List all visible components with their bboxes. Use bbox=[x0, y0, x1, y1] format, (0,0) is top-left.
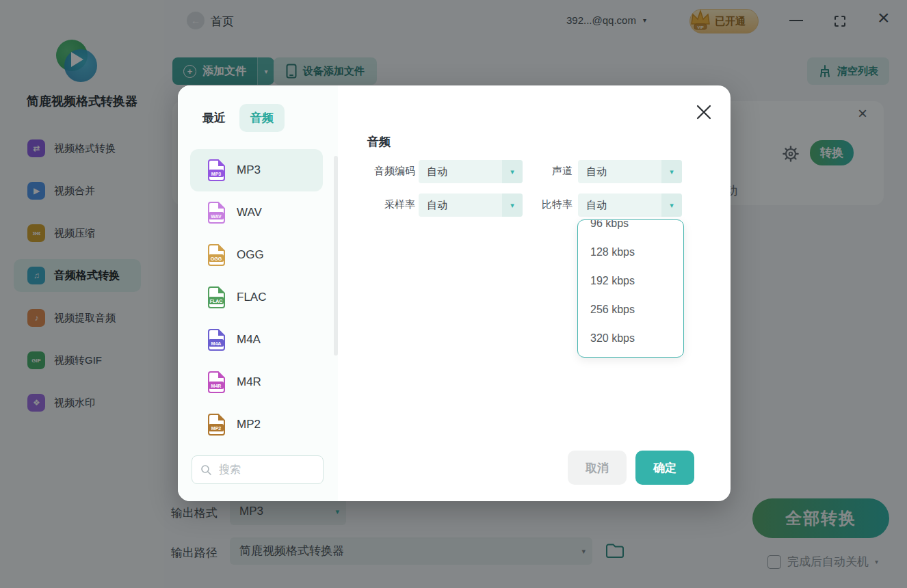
format-search-input[interactable] bbox=[218, 463, 315, 477]
svg-text:M4R: M4R bbox=[211, 384, 222, 388]
bitrate-option[interactable]: 256 kbps bbox=[578, 295, 683, 324]
svg-text:OGG: OGG bbox=[211, 256, 222, 261]
bitrate-dropdown: 96 kbps128 kbps192 kbps256 kbps320 kbps bbox=[577, 219, 684, 358]
modal-settings-panel: 音频 音频编码 自动 ▾ 声道 自动 ▾ 采样率 自动 ▾ 比特率 自动 ▾ bbox=[338, 85, 731, 501]
format-item-label: MP2 bbox=[237, 418, 261, 431]
file-type-icon: MP2 bbox=[208, 414, 226, 436]
file-type-icon: OGG bbox=[208, 244, 226, 266]
bitrate-option[interactable]: 96 kbps bbox=[578, 219, 683, 238]
bitrate-select[interactable]: 自动 ▾ bbox=[578, 193, 682, 217]
format-search bbox=[192, 455, 324, 484]
bitrate-dropdown-list: 96 kbps128 kbps192 kbps256 kbps320 kbps bbox=[578, 219, 683, 353]
ok-button[interactable]: 确定 bbox=[635, 451, 694, 485]
modal-tabs: 最近 音频 bbox=[202, 104, 285, 132]
svg-text:FLAC: FLAC bbox=[210, 299, 223, 304]
caret-down-icon: ▾ bbox=[661, 160, 682, 183]
audio-section-title: 音频 bbox=[367, 134, 391, 150]
svg-text:M4A: M4A bbox=[211, 341, 222, 346]
file-type-icon: M4A bbox=[208, 329, 226, 351]
cancel-button[interactable]: 取消 bbox=[568, 451, 627, 485]
format-item-label: FLAC bbox=[237, 291, 266, 304]
bitrate-option[interactable]: 128 kbps bbox=[578, 238, 683, 267]
sample-rate-label: 采样率 bbox=[338, 198, 415, 211]
modal-format-panel: 最近 音频 MP3 MP3 WAV WAV OGG OGG FLAC FLAC … bbox=[178, 85, 338, 501]
file-type-icon: M4R bbox=[208, 371, 226, 393]
svg-text:WAV: WAV bbox=[211, 214, 222, 219]
format-item-label: M4A bbox=[237, 333, 261, 347]
format-item[interactable]: WAV WAV bbox=[190, 191, 323, 234]
bitrate-label: 比特率 bbox=[495, 198, 573, 211]
format-item[interactable]: M4R M4R bbox=[190, 361, 323, 403]
format-item[interactable]: FLAC FLAC bbox=[190, 276, 323, 319]
bitrate-option[interactable]: 192 kbps bbox=[578, 267, 683, 295]
caret-down-icon: ▾ bbox=[661, 193, 682, 217]
format-settings-modal: 最近 音频 MP3 MP3 WAV WAV OGG OGG FLAC FLAC … bbox=[178, 85, 731, 501]
search-icon bbox=[200, 464, 212, 476]
modal-close-button[interactable] bbox=[696, 104, 712, 120]
tab-audio[interactable]: 音频 bbox=[239, 104, 285, 132]
svg-text:MP2: MP2 bbox=[211, 426, 222, 431]
tab-recent[interactable]: 最近 bbox=[202, 110, 226, 126]
audio-codec-label: 音频编码 bbox=[338, 165, 415, 178]
format-item[interactable]: MP2 MP2 bbox=[190, 403, 323, 446]
format-item-label: MP3 bbox=[237, 163, 261, 177]
svg-text:MP3: MP3 bbox=[211, 172, 222, 176]
format-list: MP3 MP3 WAV WAV OGG OGG FLAC FLAC M4A M4… bbox=[190, 149, 323, 446]
file-type-icon: FLAC bbox=[208, 286, 226, 308]
format-item-label: OGG bbox=[237, 248, 264, 262]
format-item[interactable]: MP3 MP3 bbox=[190, 149, 323, 191]
format-item-label: M4R bbox=[237, 375, 261, 389]
format-item[interactable]: M4A M4A bbox=[190, 319, 323, 361]
app-window: 简鹿视频格式转换器 ⇄ 视频格式转换 ▶ 视频合并 »« 视频压缩 ♫ 音频格式… bbox=[0, 0, 907, 588]
bitrate-option[interactable]: 320 kbps bbox=[578, 324, 683, 353]
file-type-icon: WAV bbox=[208, 202, 226, 224]
channel-select[interactable]: 自动 ▾ bbox=[578, 160, 682, 183]
format-item[interactable]: OGG OGG bbox=[190, 234, 323, 276]
channel-label: 声道 bbox=[495, 165, 573, 178]
file-type-icon: MP3 bbox=[208, 159, 226, 181]
format-item-label: WAV bbox=[237, 206, 262, 219]
